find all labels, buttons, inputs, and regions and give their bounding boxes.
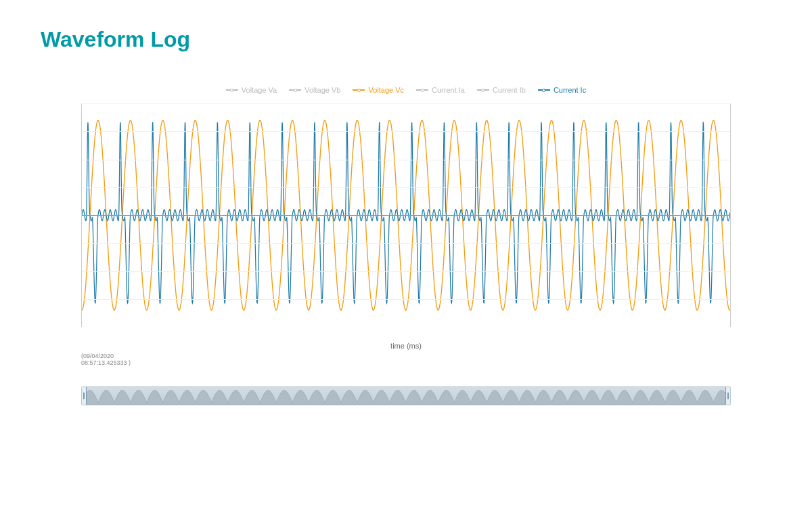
- legend-label: Current Ib: [493, 86, 526, 94]
- y-right-tick: 0.6 A: [730, 104, 731, 108]
- circle-icon: [226, 87, 238, 93]
- y-left-tick: -150 V: [81, 295, 82, 303]
- page-title: Waveform Log: [41, 27, 771, 52]
- legend-item-current-ia[interactable]: Current Ia: [416, 86, 465, 94]
- legend-label: Voltage Vc: [368, 86, 404, 94]
- legend-label: Voltage Va: [242, 86, 277, 94]
- legend-item-voltage-vc[interactable]: Voltage Vc: [353, 86, 404, 94]
- y-right-tick: 0.2 A: [730, 175, 731, 182]
- legend-label: Current Ia: [432, 86, 465, 94]
- circle-icon: [416, 87, 428, 93]
- scrubber-preview: [82, 387, 730, 405]
- y-right-tick: 0 A: [730, 212, 731, 219]
- legend-item-current-ic[interactable]: Current Ic: [538, 86, 586, 94]
- y-left-tick: 150 V: [81, 128, 82, 135]
- y-right-tick: -0.4 A: [730, 286, 731, 294]
- x-axis-label: time (ms): [81, 342, 731, 350]
- circle-icon: [289, 87, 301, 93]
- legend: Voltage Va Voltage Vb Voltage Vc Current…: [81, 86, 731, 94]
- y-left-tick: -100 V: [81, 267, 82, 275]
- legend-item-voltage-vb[interactable]: Voltage Vb: [289, 86, 340, 94]
- circle-icon: [538, 87, 550, 93]
- y-right-tick: -0.6 A: [730, 323, 731, 328]
- waveform-chart: Voltage Va Voltage Vb Voltage Vc Current…: [41, 86, 771, 405]
- scrubber-handle-left[interactable]: [81, 386, 87, 405]
- y-left-tick: -50 V: [81, 240, 82, 247]
- plot-wrap: Voltage Current 200 V150 V100 V50 V0 V-5…: [81, 104, 731, 366]
- y-left-tick: 0 V: [81, 212, 82, 219]
- series-current-ic: [82, 122, 730, 303]
- y-left-tick: 100 V: [81, 156, 82, 163]
- legend-label: Voltage Vb: [304, 86, 340, 94]
- scrubber-handle-right[interactable]: [725, 386, 731, 405]
- y-left-tick: 50 V: [81, 183, 82, 191]
- circle-icon: [477, 87, 489, 93]
- timestamp-label: (09/04/2020 08:57:13.425333 ): [81, 353, 731, 366]
- time-scrubber[interactable]: [81, 386, 731, 405]
- plot-area[interactable]: 200 V150 V100 V50 V0 V-50 V-100 V-150 V-…: [81, 104, 731, 327]
- legend-item-current-ib[interactable]: Current Ib: [477, 86, 526, 94]
- legend-label: Current Ic: [554, 86, 586, 94]
- legend-item-voltage-va[interactable]: Voltage Va: [226, 86, 277, 94]
- y-left-tick: 200 V: [81, 104, 82, 108]
- y-right-tick: -0.2 A: [730, 249, 731, 256]
- circle-icon: [353, 87, 365, 93]
- y-right-tick: 0.4 A: [730, 137, 731, 145]
